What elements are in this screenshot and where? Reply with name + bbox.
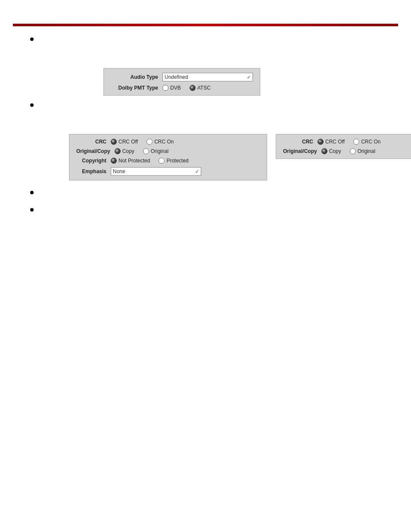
left-crc-off-label: CRC Off [118,139,138,145]
dropdown-arrow-icon: ✓ [247,75,251,80]
bullet-dot-1 [30,37,34,41]
emphasis-dropdown[interactable]: None ✓ [111,167,201,176]
left-crc-on-radio[interactable]: CRC On [146,139,174,145]
left-copy-label: Copy [122,148,134,154]
right-crc-label: CRC [283,139,318,145]
left-emphasis-label: Emphasis [76,168,111,174]
left-original-copy-label: Original/Copy [76,148,115,154]
left-panel: CRC CRC Off CRC On Original/Cop [69,134,267,180]
emphasis-arrow-icon: ✓ [195,169,199,174]
right-original-label: Original [358,148,375,154]
right-crc-on-radio[interactable]: CRC On [353,139,380,145]
left-crc-on-label: CRC On [154,139,174,145]
bullet-dot-4 [30,208,34,212]
left-original-label: Original [151,148,168,154]
right-original-radio[interactable]: Original [350,148,375,154]
emphasis-value: None [113,168,193,174]
atsc-radio[interactable]: ATSC [190,85,211,91]
left-original-radio[interactable]: Original [143,148,168,154]
left-protected-label: Protected [166,158,188,164]
audio-type-value: Undefined [165,74,244,80]
dvb-radio[interactable]: DVB [162,85,181,91]
left-crc-label: CRC [76,139,111,145]
audio-type-label: Audio Type [111,74,162,80]
right-crc-off-radio[interactable]: CRC Off [318,139,345,145]
right-crc-on-label: CRC On [361,139,380,145]
dvb-label: DVB [170,85,181,91]
atsc-label: ATSC [197,85,211,91]
left-not-protected-label: Not Protected [118,158,150,164]
right-copy-radio[interactable]: Copy [321,148,341,154]
bullet-dot-3 [30,191,34,194]
left-copyright-label: Copyright [76,158,111,164]
bullet-dot-2 [30,103,34,107]
dolby-pmt-label: Dolby PMT Type [111,85,162,91]
left-copy-radio[interactable]: Copy [115,148,134,154]
left-protected-radio[interactable]: Protected [159,158,188,164]
right-copy-label: Copy [329,148,341,154]
audio-type-dropdown[interactable]: Undefined ✓ [162,73,253,81]
left-crc-off-radio[interactable]: CRC Off [111,139,138,145]
right-crc-off-label: CRC Off [325,139,345,145]
audio-panel: Audio Type Undefined ✓ Dolby PMT Type DV… [103,68,260,96]
left-not-protected-radio[interactable]: Not Protected [111,158,150,164]
right-panel: CRC CRC Off CRC On Original/Cop [276,134,411,159]
right-original-copy-label: Original/Copy [283,148,321,154]
